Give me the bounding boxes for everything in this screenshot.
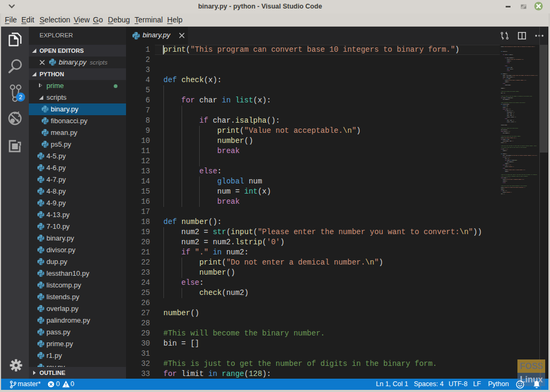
svg-text:2: 2 xyxy=(19,94,22,100)
